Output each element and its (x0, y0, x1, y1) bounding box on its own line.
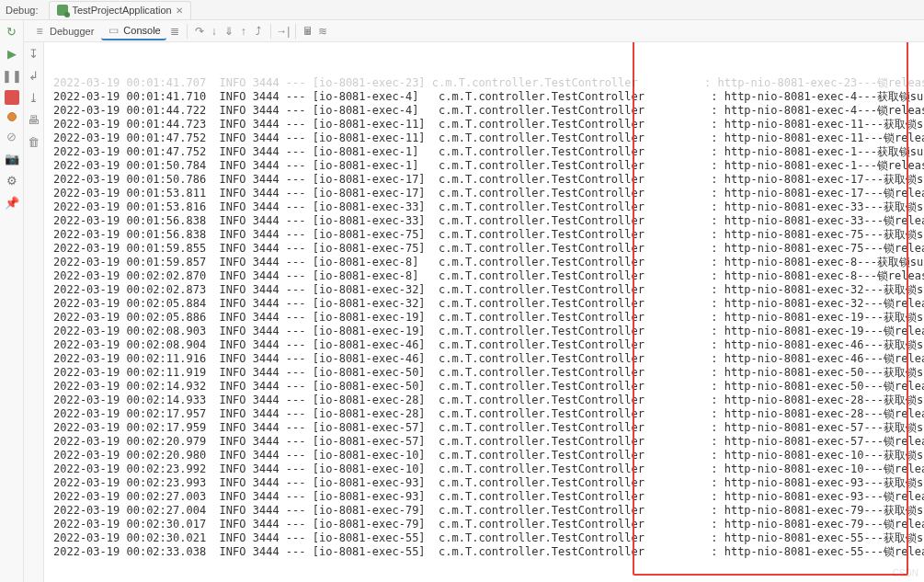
log-line: 2022-03-19 00:02:27.003 INFO 3444 --- [i… (53, 490, 918, 504)
log-line: 2022-03-19 00:02:05.886 INFO 3444 --- [i… (53, 311, 918, 325)
log-line: 2022-03-19 00:02:27.004 INFO 3444 --- [i… (53, 504, 918, 518)
trace-icon[interactable]: ≋ (316, 25, 329, 38)
log-line: 2022-03-19 00:02:30.017 INFO 3444 --- [i… (53, 518, 918, 531)
threads-icon[interactable]: ≣ (168, 25, 181, 38)
log-line: 2022-03-19 00:02:23.993 INFO 3444 --- [i… (53, 476, 918, 490)
run-config-tab[interactable]: TestProjectApplication ✕ (49, 1, 190, 19)
view-breakpoints-icon[interactable] (7, 112, 17, 121)
console-action-gutter: ↧ ↲ ⤓ 🖶 🗑 (24, 42, 44, 582)
debugger-tab[interactable]: ≡ Debugger (28, 23, 99, 40)
log-line: 2022-03-19 00:02:14.933 INFO 3444 --- [i… (53, 394, 918, 407)
log-line: 2022-03-19 00:01:53.816 INFO 3444 --- [i… (53, 200, 918, 214)
debugger-icon: ≡ (33, 25, 46, 38)
step-out-icon[interactable]: ↑ (237, 25, 250, 38)
log-line: 2022-03-19 00:02:14.932 INFO 3444 --- [i… (53, 380, 918, 394)
console-output[interactable]: 2022-03-19 00:01:41.707 INFO 3444 --- [i… (44, 42, 924, 582)
scroll-down-icon[interactable]: ↧ (27, 46, 41, 61)
separator (295, 24, 296, 39)
log-line: 2022-03-19 00:02:02.873 INFO 3444 --- [i… (53, 283, 918, 297)
log-line: 2022-03-19 00:01:50.786 INFO 3444 --- [i… (53, 173, 918, 187)
resume-icon[interactable]: ▶ (5, 46, 19, 61)
close-icon[interactable]: ✕ (176, 6, 183, 16)
camera-icon[interactable]: 📷 (5, 151, 19, 165)
log-line: 2022-03-19 00:02:30.021 INFO 3444 --- [i… (53, 531, 918, 545)
spring-boot-icon (57, 5, 68, 16)
log-line: 2022-03-19 00:01:47.752 INFO 3444 --- [i… (53, 145, 918, 159)
log-line: 2022-03-19 00:02:05.884 INFO 3444 --- [i… (53, 297, 918, 311)
log-line: 2022-03-19 00:01:56.838 INFO 3444 --- [i… (53, 228, 918, 242)
log-line: 2022-03-19 00:02:23.992 INFO 3444 --- [i… (53, 462, 918, 476)
log-line: 2022-03-19 00:01:44.722 INFO 3444 --- [i… (53, 104, 918, 118)
clear-all-icon[interactable]: 🗑 (27, 134, 41, 149)
scroll-to-end-icon[interactable]: ⤓ (27, 90, 41, 105)
debug-tab-bar: Debug: TestProjectApplication ✕ (0, 0, 924, 20)
pin-icon[interactable]: 📌 (5, 195, 19, 210)
force-step-into-icon[interactable]: ⇓ (222, 25, 235, 38)
log-line: 2022-03-19 00:01:50.784 INFO 3444 --- [i… (53, 159, 918, 173)
run-to-cursor-icon[interactable]: →| (277, 25, 290, 38)
rerun-icon[interactable]: ↻ (5, 24, 19, 39)
print-icon[interactable]: 🖶 (27, 112, 41, 127)
log-line: 2022-03-19 00:02:08.904 INFO 3444 --- [i… (53, 338, 918, 352)
log-line: 2022-03-19 00:01:53.811 INFO 3444 --- [i… (53, 187, 918, 200)
log-line: 2022-03-19 00:02:33.038 INFO 3444 --- [i… (53, 545, 918, 559)
stop-icon[interactable] (5, 90, 19, 105)
settings-icon[interactable]: ⚙ (5, 173, 19, 188)
log-line: 2022-03-19 00:01:44.723 INFO 3444 --- [i… (53, 118, 918, 131)
log-line: 2022-03-19 00:01:47.752 INFO 3444 --- [i… (53, 131, 918, 145)
soft-wrap-icon[interactable]: ↲ (27, 68, 41, 83)
log-line: 2022-03-19 00:02:17.959 INFO 3444 --- [i… (53, 421, 918, 435)
debug-label: Debug: (6, 5, 38, 16)
step-over-icon[interactable]: ↷ (193, 25, 206, 38)
log-line: 2022-03-19 00:01:59.857 INFO 3444 --- [i… (53, 256, 918, 269)
log-line: 2022-03-19 00:02:17.957 INFO 3444 --- [i… (53, 407, 918, 421)
tab-title: TestProjectApplication (72, 5, 171, 16)
log-line: 2022-03-19 00:02:11.919 INFO 3444 --- [i… (53, 366, 918, 380)
evaluate-expression-icon[interactable]: 🖩 (302, 25, 314, 38)
log-line: 2022-03-19 00:02:02.870 INFO 3444 --- [i… (53, 269, 918, 283)
main-area: ↻ ▶ ❚❚ ⊘ 📷 ⚙ 📌 ≡ Debugger ▭ Console ≣ ↷ … (0, 20, 924, 582)
content-column: ≡ Debugger ▭ Console ≣ ↷ ↓ ⇓ ↑ ⤴ →| 🖩 ≋ … (24, 20, 924, 582)
log-line: 2022-03-19 00:02:20.980 INFO 3444 --- [i… (53, 449, 918, 462)
separator (187, 24, 188, 39)
separator (270, 24, 271, 39)
mute-breakpoints-icon[interactable]: ⊘ (5, 129, 19, 143)
debug-toolbar: ≡ Debugger ▭ Console ≣ ↷ ↓ ⇓ ↑ ⤴ →| 🖩 ≋ (24, 20, 924, 42)
drop-frame-icon[interactable]: ⤴ (252, 25, 265, 38)
console-icon: ▭ (107, 24, 120, 37)
debug-action-gutter: ↻ ▶ ❚❚ ⊘ 📷 ⚙ 📌 (0, 20, 24, 582)
pause-icon[interactable]: ❚❚ (5, 68, 19, 83)
console-tab[interactable]: ▭ Console (101, 22, 165, 40)
log-line: 2022-03-19 00:02:20.979 INFO 3444 --- [i… (53, 435, 918, 449)
log-line: 2022-03-19 00:02:08.903 INFO 3444 --- [i… (53, 325, 918, 338)
console-wrap: ↧ ↲ ⤓ 🖶 🗑 2022-03-19 00:01:41.707 INFO 3… (24, 42, 924, 582)
log-line: 2022-03-19 00:02:11.916 INFO 3444 --- [i… (53, 352, 918, 366)
step-into-icon[interactable]: ↓ (208, 25, 221, 38)
log-line: 2022-03-19 00:01:56.838 INFO 3444 --- [i… (53, 214, 918, 228)
log-line: 2022-03-19 00:01:41.707 INFO 3444 --- [i… (53, 76, 918, 90)
log-line: 2022-03-19 00:01:59.855 INFO 3444 --- [i… (53, 242, 918, 256)
log-line: 2022-03-19 00:01:41.710 INFO 3444 --- [i… (53, 90, 918, 104)
